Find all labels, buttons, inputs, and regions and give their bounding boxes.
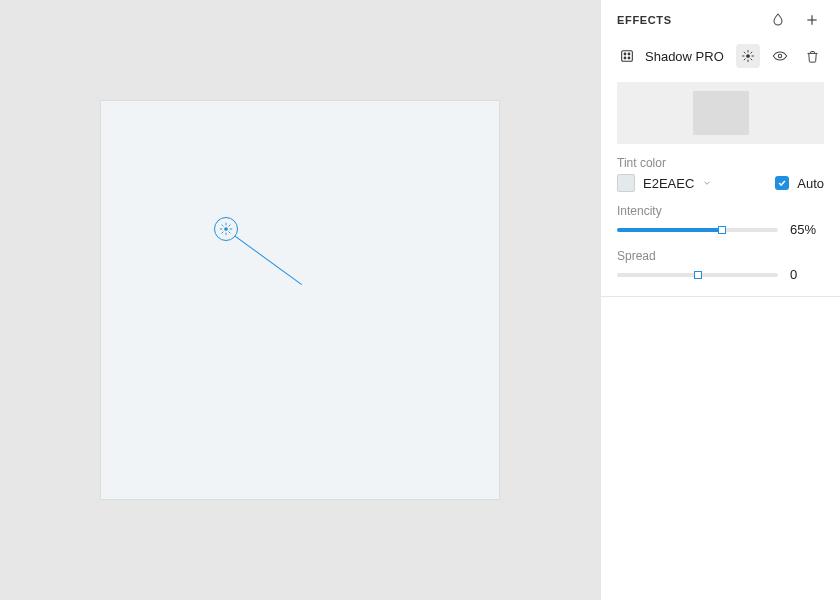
panel-title: EFFECTS xyxy=(617,14,756,26)
svg-line-7 xyxy=(222,232,223,233)
shadow-pro-icon xyxy=(617,46,637,66)
svg-point-12 xyxy=(624,53,626,55)
svg-line-21 xyxy=(744,52,745,53)
tint-color-control: E2EAEC Auto xyxy=(601,172,840,200)
intensity-label: Intencity xyxy=(601,200,840,220)
svg-line-5 xyxy=(222,225,223,226)
panel-header: EFFECTS xyxy=(601,0,840,40)
intensity-thumb[interactable] xyxy=(718,226,726,234)
svg-point-16 xyxy=(746,54,750,58)
add-effect-button[interactable] xyxy=(800,8,824,32)
svg-line-24 xyxy=(751,52,752,53)
svg-point-25 xyxy=(778,54,781,57)
chevron-down-icon[interactable] xyxy=(702,176,712,191)
spread-slider[interactable] xyxy=(617,273,778,277)
effect-presets-button[interactable] xyxy=(766,8,790,32)
svg-line-8 xyxy=(229,225,230,226)
sun-icon xyxy=(741,49,755,63)
eye-icon xyxy=(772,48,788,64)
auto-label: Auto xyxy=(797,176,824,191)
intensity-slider[interactable] xyxy=(617,228,778,232)
svg-point-0 xyxy=(224,227,228,231)
spread-value: 0 xyxy=(790,267,824,282)
svg-rect-11 xyxy=(622,51,633,62)
check-icon xyxy=(777,178,787,188)
trash-icon xyxy=(805,49,820,64)
effect-name: Shadow PRO xyxy=(645,49,728,64)
effect-item[interactable]: Shadow PRO xyxy=(601,40,840,76)
svg-point-15 xyxy=(628,57,630,59)
svg-line-23 xyxy=(744,59,745,60)
light-source-toggle[interactable] xyxy=(736,44,760,68)
canvas-area[interactable] xyxy=(0,0,600,600)
svg-point-13 xyxy=(628,53,630,55)
delete-effect-button[interactable] xyxy=(800,44,824,68)
tint-color-label: Tint color xyxy=(601,152,840,172)
auto-checkbox[interactable] xyxy=(775,176,789,190)
sun-icon xyxy=(219,222,233,236)
tint-swatch[interactable] xyxy=(617,174,635,192)
svg-line-22 xyxy=(751,59,752,60)
preview-inner xyxy=(693,91,749,135)
droplet-icon xyxy=(770,12,786,28)
canvas-object[interactable] xyxy=(100,100,500,500)
svg-point-14 xyxy=(624,57,626,59)
spread-label: Spread xyxy=(601,245,840,265)
panel-separator xyxy=(601,296,840,297)
effects-panel: EFFECTS xyxy=(600,0,840,600)
visibility-toggle[interactable] xyxy=(768,44,792,68)
light-source-handle[interactable] xyxy=(214,217,238,241)
tint-value[interactable]: E2EAEC xyxy=(643,176,694,191)
intensity-value: 65% xyxy=(790,222,824,237)
effect-preview xyxy=(617,82,824,144)
svg-line-6 xyxy=(229,232,230,233)
plus-icon xyxy=(804,12,820,28)
spread-thumb[interactable] xyxy=(694,271,702,279)
